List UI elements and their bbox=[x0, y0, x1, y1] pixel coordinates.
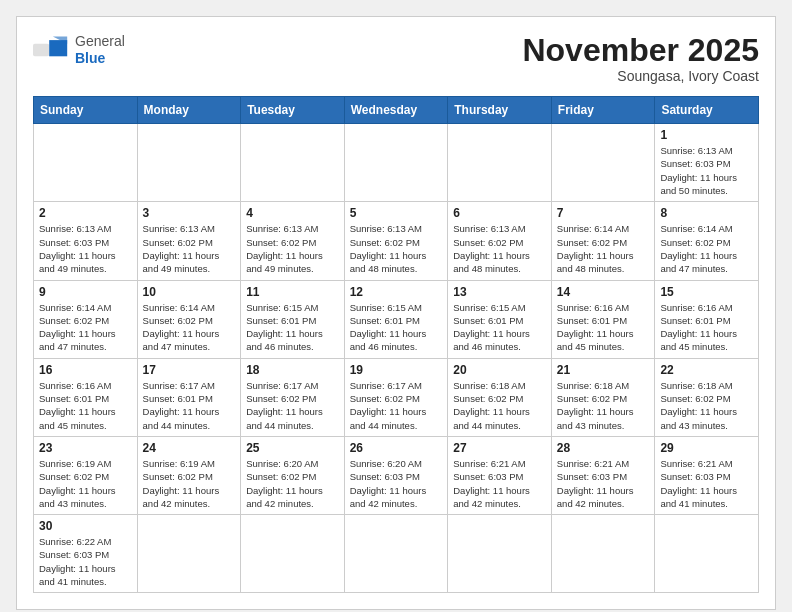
day-info: Sunrise: 6:13 AMSunset: 6:02 PMDaylight:… bbox=[143, 222, 236, 275]
calendar-cell: 27Sunrise: 6:21 AMSunset: 6:03 PMDayligh… bbox=[448, 436, 552, 514]
calendar-cell: 4Sunrise: 6:13 AMSunset: 6:02 PMDaylight… bbox=[241, 202, 345, 280]
day-number: 12 bbox=[350, 285, 443, 299]
day-header-tuesday: Tuesday bbox=[241, 97, 345, 124]
calendar-cell: 28Sunrise: 6:21 AMSunset: 6:03 PMDayligh… bbox=[551, 436, 655, 514]
day-info: Sunrise: 6:16 AMSunset: 6:01 PMDaylight:… bbox=[660, 301, 753, 354]
day-header-friday: Friday bbox=[551, 97, 655, 124]
logo-blue: Blue bbox=[75, 50, 105, 66]
calendar-header: General Blue November 2025 Soungasa, Ivo… bbox=[33, 33, 759, 84]
calendar-cell: 21Sunrise: 6:18 AMSunset: 6:02 PMDayligh… bbox=[551, 358, 655, 436]
day-header-wednesday: Wednesday bbox=[344, 97, 448, 124]
day-info: Sunrise: 6:20 AMSunset: 6:03 PMDaylight:… bbox=[350, 457, 443, 510]
day-number: 30 bbox=[39, 519, 132, 533]
day-info: Sunrise: 6:19 AMSunset: 6:02 PMDaylight:… bbox=[143, 457, 236, 510]
day-header-thursday: Thursday bbox=[448, 97, 552, 124]
calendar-cell: 17Sunrise: 6:17 AMSunset: 6:01 PMDayligh… bbox=[137, 358, 241, 436]
calendar-cell: 12Sunrise: 6:15 AMSunset: 6:01 PMDayligh… bbox=[344, 280, 448, 358]
calendar-cell bbox=[448, 124, 552, 202]
calendar-header-row: SundayMondayTuesdayWednesdayThursdayFrid… bbox=[34, 97, 759, 124]
title-block: November 2025 Soungasa, Ivory Coast bbox=[522, 33, 759, 84]
day-info: Sunrise: 6:13 AMSunset: 6:02 PMDaylight:… bbox=[350, 222, 443, 275]
calendar-cell bbox=[241, 124, 345, 202]
day-number: 25 bbox=[246, 441, 339, 455]
day-info: Sunrise: 6:16 AMSunset: 6:01 PMDaylight:… bbox=[39, 379, 132, 432]
day-info: Sunrise: 6:14 AMSunset: 6:02 PMDaylight:… bbox=[39, 301, 132, 354]
calendar-cell: 15Sunrise: 6:16 AMSunset: 6:01 PMDayligh… bbox=[655, 280, 759, 358]
logo-text: General Blue bbox=[75, 33, 125, 67]
calendar-cell: 14Sunrise: 6:16 AMSunset: 6:01 PMDayligh… bbox=[551, 280, 655, 358]
calendar-week-1: 1Sunrise: 6:13 AMSunset: 6:03 PMDaylight… bbox=[34, 124, 759, 202]
calendar-cell: 22Sunrise: 6:18 AMSunset: 6:02 PMDayligh… bbox=[655, 358, 759, 436]
logo-general: General bbox=[75, 33, 125, 49]
day-header-monday: Monday bbox=[137, 97, 241, 124]
day-number: 3 bbox=[143, 206, 236, 220]
day-info: Sunrise: 6:13 AMSunset: 6:02 PMDaylight:… bbox=[453, 222, 546, 275]
day-number: 16 bbox=[39, 363, 132, 377]
day-number: 28 bbox=[557, 441, 650, 455]
day-info: Sunrise: 6:13 AMSunset: 6:03 PMDaylight:… bbox=[660, 144, 753, 197]
calendar-cell bbox=[551, 124, 655, 202]
logo-icon bbox=[33, 36, 69, 64]
day-number: 22 bbox=[660, 363, 753, 377]
logo: General Blue bbox=[33, 33, 125, 67]
calendar-cell bbox=[344, 515, 448, 593]
calendar-week-5: 23Sunrise: 6:19 AMSunset: 6:02 PMDayligh… bbox=[34, 436, 759, 514]
day-number: 9 bbox=[39, 285, 132, 299]
day-number: 18 bbox=[246, 363, 339, 377]
day-info: Sunrise: 6:15 AMSunset: 6:01 PMDaylight:… bbox=[246, 301, 339, 354]
calendar-cell bbox=[448, 515, 552, 593]
calendar-cell: 30Sunrise: 6:22 AMSunset: 6:03 PMDayligh… bbox=[34, 515, 138, 593]
day-info: Sunrise: 6:14 AMSunset: 6:02 PMDaylight:… bbox=[660, 222, 753, 275]
calendar-cell: 9Sunrise: 6:14 AMSunset: 6:02 PMDaylight… bbox=[34, 280, 138, 358]
day-info: Sunrise: 6:15 AMSunset: 6:01 PMDaylight:… bbox=[453, 301, 546, 354]
day-number: 14 bbox=[557, 285, 650, 299]
day-info: Sunrise: 6:17 AMSunset: 6:01 PMDaylight:… bbox=[143, 379, 236, 432]
day-number: 13 bbox=[453, 285, 546, 299]
day-number: 4 bbox=[246, 206, 339, 220]
calendar-cell: 26Sunrise: 6:20 AMSunset: 6:03 PMDayligh… bbox=[344, 436, 448, 514]
day-number: 7 bbox=[557, 206, 650, 220]
calendar-cell: 16Sunrise: 6:16 AMSunset: 6:01 PMDayligh… bbox=[34, 358, 138, 436]
calendar-cell bbox=[34, 124, 138, 202]
svg-rect-0 bbox=[33, 43, 49, 56]
calendar-cell: 23Sunrise: 6:19 AMSunset: 6:02 PMDayligh… bbox=[34, 436, 138, 514]
calendar-cell bbox=[551, 515, 655, 593]
subtitle: Soungasa, Ivory Coast bbox=[522, 68, 759, 84]
calendar-week-6: 30Sunrise: 6:22 AMSunset: 6:03 PMDayligh… bbox=[34, 515, 759, 593]
calendar-week-2: 2Sunrise: 6:13 AMSunset: 6:03 PMDaylight… bbox=[34, 202, 759, 280]
calendar-cell bbox=[344, 124, 448, 202]
day-info: Sunrise: 6:19 AMSunset: 6:02 PMDaylight:… bbox=[39, 457, 132, 510]
calendar-cell bbox=[241, 515, 345, 593]
calendar-cell: 24Sunrise: 6:19 AMSunset: 6:02 PMDayligh… bbox=[137, 436, 241, 514]
day-number: 1 bbox=[660, 128, 753, 142]
calendar-cell bbox=[137, 124, 241, 202]
day-number: 20 bbox=[453, 363, 546, 377]
day-number: 27 bbox=[453, 441, 546, 455]
day-info: Sunrise: 6:17 AMSunset: 6:02 PMDaylight:… bbox=[246, 379, 339, 432]
day-info: Sunrise: 6:18 AMSunset: 6:02 PMDaylight:… bbox=[453, 379, 546, 432]
day-number: 15 bbox=[660, 285, 753, 299]
calendar-cell: 20Sunrise: 6:18 AMSunset: 6:02 PMDayligh… bbox=[448, 358, 552, 436]
calendar-cell: 1Sunrise: 6:13 AMSunset: 6:03 PMDaylight… bbox=[655, 124, 759, 202]
day-number: 5 bbox=[350, 206, 443, 220]
day-number: 11 bbox=[246, 285, 339, 299]
day-info: Sunrise: 6:17 AMSunset: 6:02 PMDaylight:… bbox=[350, 379, 443, 432]
day-number: 19 bbox=[350, 363, 443, 377]
calendar-cell: 11Sunrise: 6:15 AMSunset: 6:01 PMDayligh… bbox=[241, 280, 345, 358]
day-info: Sunrise: 6:21 AMSunset: 6:03 PMDaylight:… bbox=[453, 457, 546, 510]
calendar-week-3: 9Sunrise: 6:14 AMSunset: 6:02 PMDaylight… bbox=[34, 280, 759, 358]
day-number: 23 bbox=[39, 441, 132, 455]
day-info: Sunrise: 6:16 AMSunset: 6:01 PMDaylight:… bbox=[557, 301, 650, 354]
calendar-week-4: 16Sunrise: 6:16 AMSunset: 6:01 PMDayligh… bbox=[34, 358, 759, 436]
day-info: Sunrise: 6:13 AMSunset: 6:03 PMDaylight:… bbox=[39, 222, 132, 275]
day-number: 21 bbox=[557, 363, 650, 377]
day-info: Sunrise: 6:18 AMSunset: 6:02 PMDaylight:… bbox=[660, 379, 753, 432]
day-number: 2 bbox=[39, 206, 132, 220]
day-info: Sunrise: 6:14 AMSunset: 6:02 PMDaylight:… bbox=[143, 301, 236, 354]
day-number: 10 bbox=[143, 285, 236, 299]
day-info: Sunrise: 6:18 AMSunset: 6:02 PMDaylight:… bbox=[557, 379, 650, 432]
calendar-cell: 7Sunrise: 6:14 AMSunset: 6:02 PMDaylight… bbox=[551, 202, 655, 280]
day-info: Sunrise: 6:21 AMSunset: 6:03 PMDaylight:… bbox=[557, 457, 650, 510]
day-number: 26 bbox=[350, 441, 443, 455]
day-info: Sunrise: 6:15 AMSunset: 6:01 PMDaylight:… bbox=[350, 301, 443, 354]
